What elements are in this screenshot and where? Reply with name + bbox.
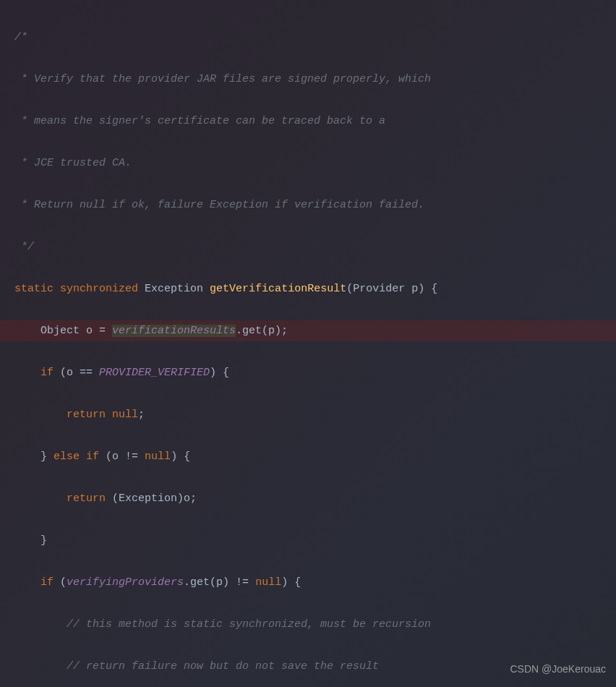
method-call: .get(p); bbox=[236, 325, 288, 337]
code-line: if (o == PROVIDER_VERIFIED) { bbox=[0, 362, 616, 383]
text: (o == bbox=[54, 367, 99, 379]
code-line: /* bbox=[0, 27, 616, 48]
comment-text: // return failure now but do not save th… bbox=[67, 660, 379, 673]
paren: ) bbox=[418, 283, 431, 295]
brace: } bbox=[40, 451, 47, 463]
type: Object bbox=[40, 325, 80, 337]
text: (Exception)o; bbox=[106, 492, 197, 505]
keyword: if bbox=[40, 576, 54, 589]
code-line: return null; bbox=[0, 404, 616, 425]
keyword: if bbox=[86, 451, 99, 463]
code-line: return (Exception)o; bbox=[0, 488, 616, 509]
field: verificationResults bbox=[112, 325, 236, 337]
text: .get(p) != bbox=[184, 576, 255, 589]
comment-text: /* bbox=[14, 31, 27, 43]
operator: = bbox=[93, 325, 112, 337]
code-line: * means the signer's certificate can be … bbox=[0, 111, 616, 132]
comment-text: * Return null if ok, failure Exception i… bbox=[14, 199, 424, 211]
code-line: * Return null if ok, failure Exception i… bbox=[0, 195, 616, 216]
paren: ( bbox=[60, 576, 67, 589]
keyword: synchronized bbox=[60, 283, 138, 295]
method-name: getVerificationResult bbox=[210, 283, 346, 295]
code-line: } else if (o != null) { bbox=[0, 446, 616, 467]
keyword: if bbox=[40, 367, 54, 379]
text: (o != bbox=[99, 451, 145, 463]
keyword: static bbox=[14, 283, 54, 295]
code-line: if (verifyingProviders.get(p) != null) { bbox=[0, 572, 616, 593]
comment-text: */ bbox=[14, 241, 34, 253]
semi: ; bbox=[138, 409, 145, 421]
code-line: static synchronized Exception getVerific… bbox=[0, 278, 616, 299]
type: Provider bbox=[353, 283, 405, 295]
comment-text: * means the signer's certificate can be … bbox=[14, 115, 385, 127]
brace: { bbox=[431, 283, 437, 295]
param: p bbox=[411, 283, 418, 295]
keyword: return bbox=[67, 492, 106, 505]
type: Exception bbox=[145, 283, 203, 295]
text: ) { bbox=[210, 367, 229, 379]
brace: } bbox=[40, 534, 47, 547]
code-line: */ bbox=[0, 236, 616, 257]
paren: ( bbox=[346, 283, 353, 295]
code-line: * Verify that the provider JAR files are… bbox=[0, 69, 616, 90]
keyword: null bbox=[112, 409, 138, 421]
keyword: return bbox=[67, 409, 106, 421]
code-line: } bbox=[0, 530, 616, 551]
code-editor: /* * Verify that the provider JAR files … bbox=[0, 0, 616, 687]
keyword: else bbox=[54, 451, 80, 463]
code-line: // this method is static synchronized, m… bbox=[0, 614, 616, 635]
keyword: null bbox=[145, 451, 171, 463]
comment-text: // this method is static synchronized, m… bbox=[67, 618, 431, 631]
text: ) { bbox=[171, 451, 190, 463]
constant: PROVIDER_VERIFIED bbox=[99, 367, 210, 379]
comment-text: * Verify that the provider JAR files are… bbox=[14, 73, 431, 85]
keyword: null bbox=[255, 576, 281, 589]
watermark-text: CSDN @JoeKerouac bbox=[510, 659, 607, 680]
code-line-highlighted: Object o = verificationResults.get(p); bbox=[0, 320, 616, 341]
var: o bbox=[86, 325, 93, 337]
comment-text: * JCE trusted CA. bbox=[14, 157, 132, 169]
field: verifyingProviders bbox=[67, 576, 184, 589]
text: ) { bbox=[281, 576, 301, 589]
code-line: * JCE trusted CA. bbox=[0, 153, 616, 174]
